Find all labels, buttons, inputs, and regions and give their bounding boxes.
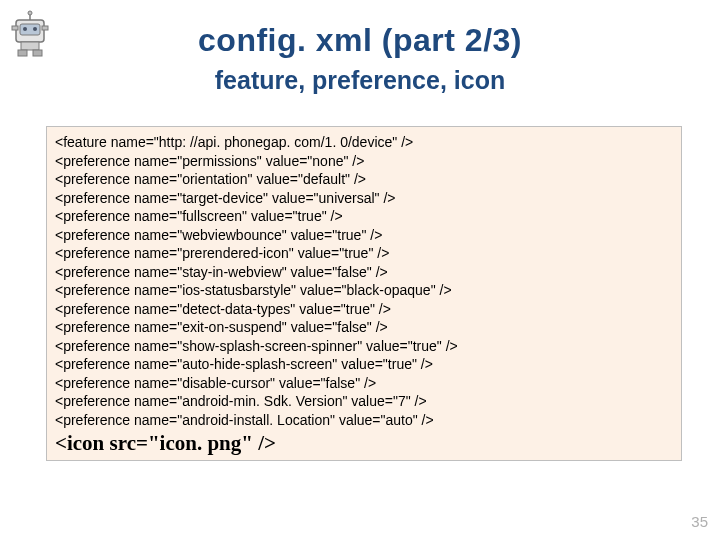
- code-line: <preference name="target-device" value="…: [55, 189, 673, 208]
- page-number: 35: [691, 513, 708, 530]
- code-line: <preference name="prerendered-icon" valu…: [55, 244, 673, 263]
- code-line: <preference name="stay-in-webview" value…: [55, 263, 673, 282]
- code-line: <preference name="webviewbounce" value="…: [55, 226, 673, 245]
- code-line: <preference name="disable-cursor" value=…: [55, 374, 673, 393]
- code-line: <preference name="auto-hide-splash-scree…: [55, 355, 673, 374]
- code-line: <preference name="orientation" value="de…: [55, 170, 673, 189]
- code-line: <preference name="android-install. Locat…: [55, 411, 673, 430]
- icon-tag-line: <icon src="icon. png" />: [55, 431, 673, 456]
- slide-subtitle: feature, preference, icon: [0, 66, 720, 95]
- code-line: <preference name="fullscreen" value="tru…: [55, 207, 673, 226]
- code-line: <preference name="exit-on-suspend" value…: [55, 318, 673, 337]
- slide: config. xml (part 2/3) feature, preferen…: [0, 0, 720, 540]
- code-line: <preference name="permissions" value="no…: [55, 152, 673, 171]
- svg-point-10: [28, 11, 32, 15]
- code-line: <preference name="android-min. Sdk. Vers…: [55, 392, 673, 411]
- code-line: <preference name="show-splash-screen-spi…: [55, 337, 673, 356]
- code-line: <preference name="detect-data-types" val…: [55, 300, 673, 319]
- code-line: <preference name="ios-statusbarstyle" va…: [55, 281, 673, 300]
- slide-title: config. xml (part 2/3): [0, 22, 720, 59]
- code-box: <feature name="http: //api. phonegap. co…: [46, 126, 682, 461]
- code-line: <feature name="http: //api. phonegap. co…: [55, 133, 673, 152]
